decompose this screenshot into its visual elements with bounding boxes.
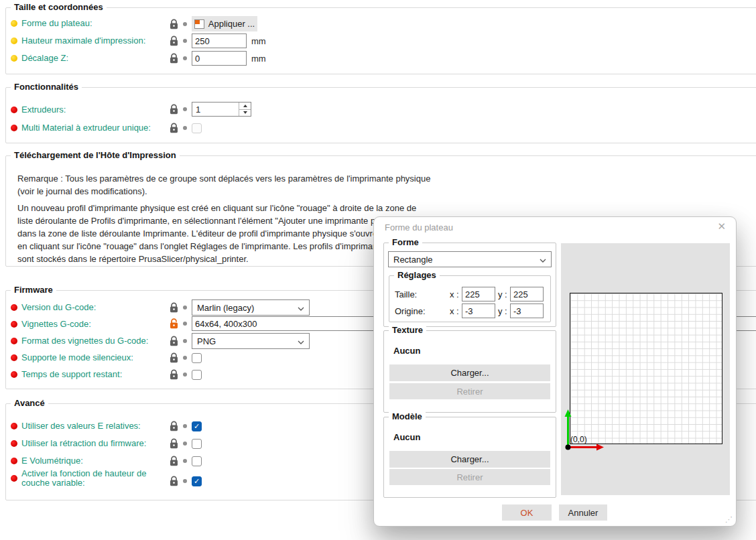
lock-closed-icon[interactable] — [170, 302, 178, 313]
modified-dot-icon[interactable] — [183, 322, 187, 326]
modified-dot-icon[interactable] — [183, 373, 187, 377]
lock-closed-icon[interactable] — [170, 438, 178, 449]
section-title: Firmware — [11, 285, 56, 295]
size-x-input[interactable]: 225 — [462, 287, 495, 301]
shape-select[interactable]: Rectangle — [388, 251, 552, 267]
max-print-height-input[interactable]: 250 — [192, 33, 247, 48]
chevron-down-icon — [298, 303, 304, 313]
cancel-button[interactable]: Annuler — [559, 504, 607, 521]
setting-label-relative-e: Utiliser des valeurs E relatives: — [11, 421, 141, 431]
lock-closed-icon[interactable] — [170, 369, 178, 380]
bed-shape-apply-button[interactable]: Appliquer ... — [192, 16, 257, 31]
modified-dot-icon[interactable] — [183, 339, 187, 343]
model-none-label: Aucun — [393, 432, 420, 442]
texture-load-button[interactable]: Charger... — [389, 364, 550, 381]
extruders-stepper[interactable]: 1 — [192, 102, 251, 117]
model-group: Modèle Aucun Charger... Retirer — [383, 417, 556, 498]
unit-label: mm — [251, 36, 266, 46]
remaining-times-checkbox[interactable] — [192, 370, 202, 380]
modified-dot-icon[interactable] — [183, 442, 187, 446]
modified-dot-icon[interactable] — [183, 424, 187, 428]
bed-shape-dialog: Forme du plateau ✕ Forme Rectangle Régla… — [373, 216, 737, 527]
setting-control-gcode-flavor: Marlin (legacy) — [170, 299, 310, 316]
thumbnails-format-select[interactable]: PNG — [192, 333, 310, 349]
setting-control-single-extruder-mm — [170, 123, 202, 133]
origin-x-input[interactable]: -3 — [462, 303, 495, 318]
texture-remove-button[interactable]: Retirer — [389, 383, 550, 399]
printer-settings-page: { "colors": { "label_teal": "#17967c", "… — [0, 0, 756, 540]
mode-bullet-icon — [11, 304, 17, 311]
origin-y-input[interactable]: -3 — [510, 303, 544, 318]
setting-label-extruders: Extrudeurs: — [11, 105, 66, 115]
setting-control-firmware-retraction — [170, 438, 202, 449]
setting-label-volumetric-e: E Volumétrique: — [11, 456, 83, 466]
setting-label-variable-layer-height: Activer la fonction de hauteur de couche… — [11, 469, 146, 488]
section-title: Taille et coordonnées — [11, 2, 107, 12]
lock-closed-icon[interactable] — [170, 456, 178, 466]
setting-label-bed-shape: Forme du plateau: — [11, 19, 92, 28]
shape-group: Forme Rectangle Réglages Taille: x : 225… — [383, 243, 556, 327]
lock-closed-icon[interactable] — [170, 476, 178, 486]
unit-label: mm — [251, 54, 266, 64]
mode-bullet-icon — [11, 38, 17, 44]
x-label: x : — [450, 289, 459, 299]
setting-label-z-offset: Décalage Z: — [11, 54, 68, 63]
setting-control-thumbnails-format: PNG — [170, 333, 310, 349]
resize-grip-icon[interactable]: ⋰ — [725, 515, 733, 524]
host-paragraph-line: sont stockés dans le répertoire PrusaSli… — [17, 254, 249, 264]
lock-closed-icon[interactable] — [170, 123, 178, 133]
gcode-flavor-select[interactable]: Marlin (legacy) — [192, 299, 310, 316]
texture-group: Texture Aucun Charger... Retirer — [383, 330, 556, 413]
setting-label-gcode-flavor: Version du G-code: — [11, 303, 96, 312]
chevron-down-icon — [298, 336, 304, 346]
volumetric-e-checkbox[interactable] — [192, 456, 202, 466]
section-capabilities: Fonctionnalités — [5, 87, 756, 143]
setting-control-z-offset: 0 mm — [170, 51, 266, 66]
modified-dot-icon[interactable] — [183, 356, 187, 360]
setting-label-thumbnails-format: Format des vignettes du G-code: — [11, 336, 148, 346]
modified-dot-icon[interactable] — [183, 22, 187, 26]
lock-closed-icon[interactable] — [170, 19, 178, 29]
modified-dot-icon[interactable] — [183, 56, 187, 60]
single-extruder-mm-checkbox[interactable] — [192, 123, 202, 133]
relative-e-checkbox[interactable] — [192, 421, 202, 431]
firmware-retraction-checkbox[interactable] — [192, 439, 202, 449]
variable-layer-height-checkbox[interactable] — [192, 476, 202, 486]
y-label: y : — [498, 306, 507, 316]
host-paragraph-line: liste déroulante de Profils d'imprimante… — [17, 216, 409, 226]
silent-mode-checkbox[interactable] — [192, 353, 202, 363]
modified-dot-icon[interactable] — [183, 459, 187, 463]
close-icon[interactable]: ✕ — [717, 221, 726, 231]
mode-bullet-icon — [11, 423, 17, 429]
setting-control-extruders: 1 — [170, 102, 251, 117]
modified-dot-icon[interactable] — [183, 306, 187, 310]
mode-bullet-icon — [11, 440, 17, 447]
model-remove-button[interactable]: Retirer — [389, 469, 550, 485]
section-title: Téléchargement de l'Hôte d'Impression — [11, 150, 180, 160]
bed-shape-icon — [194, 19, 204, 29]
mode-bullet-icon — [11, 125, 17, 131]
z-offset-input[interactable]: 0 — [192, 51, 247, 66]
spin-up-icon[interactable] — [239, 103, 251, 109]
lock-closed-icon[interactable] — [170, 336, 178, 346]
modified-dot-icon[interactable] — [183, 479, 187, 483]
size-y-input[interactable]: 225 — [510, 287, 544, 301]
modified-dot-icon[interactable] — [183, 126, 187, 130]
lock-closed-icon[interactable] — [170, 53, 178, 64]
modified-dot-icon[interactable] — [183, 39, 187, 43]
lock-closed-icon[interactable] — [170, 352, 178, 363]
bed-preview[interactable]: (0,0) — [561, 243, 730, 495]
lock-closed-icon[interactable] — [170, 104, 178, 115]
lock-open-icon[interactable] — [170, 318, 178, 329]
ok-button[interactable]: OK — [502, 504, 552, 521]
lock-closed-icon[interactable] — [170, 36, 178, 46]
spin-down-icon[interactable] — [239, 109, 251, 117]
setting-control-relative-e — [170, 421, 202, 431]
mode-bullet-icon — [11, 20, 17, 27]
lock-closed-icon[interactable] — [170, 421, 178, 431]
setting-label-silent-mode: Supporte le mode silencieux: — [11, 353, 133, 362]
model-load-button[interactable]: Charger... — [389, 451, 550, 468]
modified-dot-icon[interactable] — [183, 107, 187, 111]
bed-axes: (0,0) — [561, 243, 730, 495]
mode-bullet-icon — [11, 458, 17, 464]
